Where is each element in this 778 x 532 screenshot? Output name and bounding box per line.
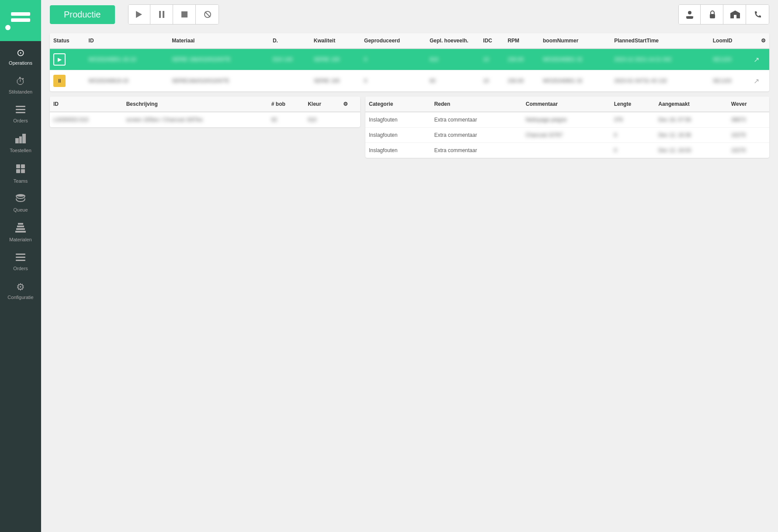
cell-reden: Extra commentaar <box>431 143 522 158</box>
stop-button[interactable] <box>174 5 196 24</box>
edit-icon[interactable]: ↗ <box>754 77 759 85</box>
table-row: LG000002-010 screen 165tex / Charcoal 16… <box>50 112 360 127</box>
bottom-left-panel: ID Beschrijving # bob Kleur ⚙ LG000002-0… <box>50 97 360 158</box>
sidebar-item-operations[interactable]: ⊙ Operations <box>0 41 41 70</box>
svg-rect-0 <box>16 106 25 107</box>
teams-icon <box>15 163 26 177</box>
cell-idc: 10 <box>479 49 504 70</box>
topbar: Productie <box>41 0 778 29</box>
cell-id: WO20240851-16-10 <box>85 49 169 70</box>
sidebar-item-teams[interactable]: Teams <box>0 157 41 188</box>
sidebar-item-label: Operations <box>9 60 32 66</box>
main-table: Status ID Materiaal D. Kwaliteit Geprodu… <box>50 33 769 91</box>
svg-rect-1 <box>16 109 25 110</box>
sidebar-item-label: Configuratie <box>7 295 33 300</box>
table-row: ⏸ WO20240819-10 SERIE16b/010/010/0/TE SE… <box>50 70 769 92</box>
sidebar: ⊙ Operations ⏱ Stilstanden Orders Toeste… <box>0 0 41 532</box>
lock-action-button[interactable] <box>702 5 723 24</box>
svg-line-23 <box>205 12 210 17</box>
sidebar-item-orders2[interactable]: Orders <box>0 247 41 275</box>
cell-kleur: 010 <box>304 112 340 127</box>
playback-controls <box>128 4 219 24</box>
edit-icon[interactable]: ↗ <box>754 56 759 63</box>
th-materiaal: Materiaal <box>168 33 269 49</box>
sidebar-item-toestellen[interactable]: Toestellen <box>0 128 41 157</box>
th-gear[interactable]: ⚙ <box>340 97 360 112</box>
sidebar-item-label: Orders <box>13 266 28 271</box>
cell-idc: 10 <box>479 70 504 92</box>
cell-materiaal: SERIE 16b/010/010/0/TE <box>168 49 269 70</box>
cell-reden: Extra commentaar <box>431 128 522 143</box>
bottom-right-header-row: Categorie Reden Commentaar Lengte Aangem… <box>365 97 769 112</box>
cell-categorie: Inslagfouten <box>365 143 431 158</box>
cell-status: ⏸ <box>50 70 85 92</box>
cell-boom: WO20240801 32 <box>539 49 611 70</box>
play-button[interactable] <box>129 5 150 24</box>
cell-geproduceerd: 0 <box>361 49 426 70</box>
th-gear[interactable]: ⚙ <box>750 33 769 49</box>
queue-icon <box>15 194 26 205</box>
cell-wever: 10270 <box>728 128 769 143</box>
cell-gepl: 810 <box>426 49 479 70</box>
sidebar-item-materialen[interactable]: Materialen <box>0 217 41 247</box>
svg-rect-8 <box>16 169 20 173</box>
th-d: D. <box>269 33 310 49</box>
th-kwaliteit: Kwaliteit <box>310 33 361 49</box>
sidebar-item-orders[interactable]: Orders <box>0 99 41 128</box>
svg-rect-3 <box>15 138 19 143</box>
svg-rect-5 <box>22 134 26 143</box>
th-commentaar: Commentaar <box>522 97 611 112</box>
phone-action-button[interactable] <box>747 5 769 24</box>
cell-categorie: Inslagfouten <box>365 128 431 143</box>
cell-commentaar <box>522 143 611 158</box>
list-icon <box>16 105 25 116</box>
svg-rect-11 <box>16 228 25 230</box>
th-geproduceerd: Geproduceerd <box>361 33 426 49</box>
cell-rpm: 230.00 <box>504 70 539 92</box>
svg-rect-19 <box>159 11 161 18</box>
svg-rect-4 <box>19 136 22 143</box>
person-action-button[interactable] <box>679 5 701 24</box>
table-row: Inslagfouten Extra commentaar Charcoal 1… <box>365 128 769 143</box>
materials-icon <box>15 223 26 235</box>
svg-rect-12 <box>17 226 24 227</box>
cell-aangemaakt: Dec 12, 16:03 <box>655 143 728 158</box>
productie-button[interactable]: Productie <box>50 5 115 24</box>
factory-icon <box>15 134 26 146</box>
svg-rect-31 <box>734 15 736 18</box>
svg-marker-18 <box>136 11 142 18</box>
bottom-right-panel: Categorie Reden Commentaar Lengte Aangem… <box>365 97 769 158</box>
cell-boom: WO20240801 32 <box>539 70 611 92</box>
cell-d <box>269 70 310 92</box>
cell-wever: 38873 <box>728 112 769 128</box>
cell-edit[interactable]: ↗ <box>750 70 769 92</box>
orders-icon <box>16 253 25 264</box>
sidebar-item-label: Orders <box>13 118 28 123</box>
th-kleur: Kleur <box>304 97 340 112</box>
cell-reden: Extra commentaar <box>431 112 522 128</box>
logo-bar-2 <box>11 18 30 22</box>
warehouse-action-button[interactable] <box>724 5 746 24</box>
block-button[interactable] <box>197 5 219 24</box>
th-boom: boomNummer <box>539 33 611 49</box>
svg-rect-15 <box>16 254 25 255</box>
svg-rect-16 <box>16 257 25 258</box>
sidebar-item-configuratie[interactable]: ⚙ Configuratie <box>0 275 41 304</box>
th-id: ID <box>85 33 169 49</box>
cell-edit[interactable]: ↗ <box>750 49 769 70</box>
cell-materiaal: SERIE16b/010/010/0/TE <box>168 70 269 92</box>
cell-lengte: 0 <box>611 128 655 143</box>
cell-d: D24 140 <box>269 49 310 70</box>
cell-planned: 2023-01 04731 43 132 <box>611 70 709 92</box>
sidebar-item-stilstanden[interactable]: ⏱ Stilstanden <box>0 70 41 99</box>
th-reden: Reden <box>431 97 522 112</box>
cell-rpm: 230.00 <box>504 49 539 70</box>
sidebar-item-queue[interactable]: Queue <box>0 188 41 217</box>
th-aangemaakt: Aangemaakt <box>655 97 728 112</box>
cell-empty <box>340 112 360 127</box>
cell-kwaliteit: SERIE 100 <box>310 49 361 70</box>
svg-rect-14 <box>15 231 26 233</box>
cell-beschrijving: screen 165tex / Charcoal 165Tex <box>123 112 268 127</box>
pause-button[interactable] <box>151 5 173 24</box>
svg-point-24 <box>688 11 691 14</box>
